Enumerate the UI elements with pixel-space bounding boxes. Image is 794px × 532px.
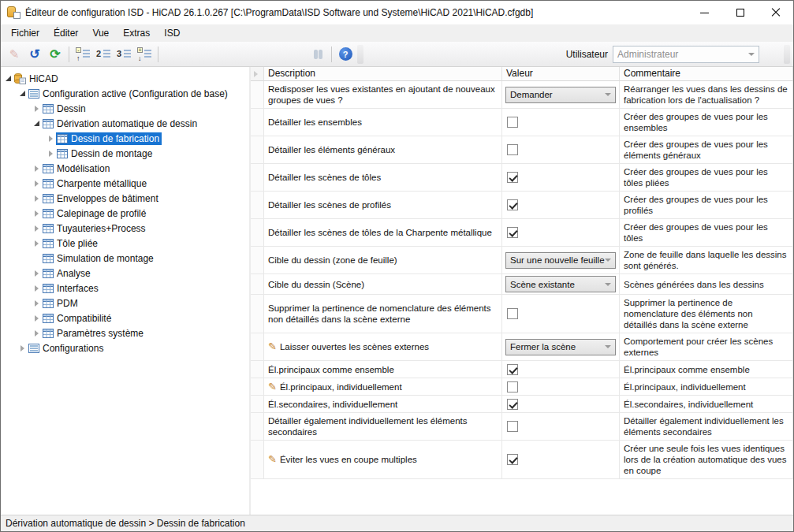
tree-item[interactable]: Analyse — [1, 266, 249, 281]
toolbar-overflow-handle[interactable] — [357, 45, 363, 64]
expand-level3-icon[interactable]: 3 — [114, 45, 134, 64]
collapse-tree-icon[interactable]: -↑ — [73, 45, 93, 64]
expand-arrow-icon[interactable] — [32, 254, 41, 262]
table-row[interactable]: Supprimer la pertinence de nomenclature … — [251, 295, 793, 333]
expand-tree-icon[interactable]: +↓ — [134, 45, 155, 64]
expand-arrow-icon[interactable] — [18, 344, 27, 352]
tree-item[interactable]: HiCAD — [1, 71, 249, 86]
close-button[interactable] — [758, 1, 793, 24]
tree-item[interactable]: Dessin de montage — [1, 146, 249, 161]
tree-node-icon — [43, 209, 54, 218]
expand-arrow-icon[interactable] — [32, 299, 41, 307]
table-row[interactable]: ✎ Laisser ouvertes les scènes externes F… — [251, 333, 793, 361]
menu-item[interactable]: Éditer — [47, 25, 85, 41]
value-checkbox[interactable] — [507, 421, 518, 432]
tree-item[interactable]: Calepinage de profilé — [1, 206, 249, 221]
menu-item[interactable]: Extras — [116, 25, 157, 41]
value-checkbox[interactable] — [507, 399, 518, 410]
expand-level2-icon[interactable]: 2 — [93, 45, 114, 64]
table-body: Redisposer les vues existantes en ajouta… — [251, 81, 793, 479]
table-row[interactable]: Détailler les ensembles Créer des groupe… — [251, 109, 793, 136]
tree-panel: HiCAD Configuration active (Configuratio… — [1, 67, 251, 515]
table-row[interactable]: Détailler également individuellement les… — [251, 413, 793, 441]
expand-arrow-icon[interactable] — [32, 194, 41, 203]
tree-item[interactable]: Configurations — [1, 340, 249, 355]
value-dropdown[interactable]: Fermer la scène — [505, 339, 616, 355]
value-checkbox[interactable] — [507, 308, 518, 319]
table-row[interactable]: ✎ Éviter les vues en coupe multiples Cré… — [251, 441, 793, 479]
table-row[interactable]: Él.principaux comme ensemble Él.principa… — [251, 361, 793, 378]
expand-arrow-icon[interactable] — [32, 314, 41, 322]
tree-item[interactable]: Interfaces — [1, 281, 249, 296]
row-header-cell — [251, 441, 264, 478]
expand-arrow-icon[interactable] — [32, 164, 41, 173]
tree-item[interactable]: Tôle pliée — [1, 236, 249, 251]
description-text: Détailler les ensembles — [268, 117, 362, 128]
expand-arrow-icon[interactable] — [32, 239, 41, 247]
search-binoculars-icon[interactable] — [308, 45, 328, 64]
expand-arrow-icon[interactable] — [32, 269, 41, 277]
tree-item[interactable]: PDM — [1, 296, 249, 311]
table-row[interactable]: Cible du dessin (zone de feuille) Sur un… — [251, 247, 793, 274]
value-checkbox[interactable] — [507, 117, 518, 128]
description-cell: Cible du dessin (zone de feuille) — [264, 247, 502, 273]
menu-item[interactable]: Vue — [85, 25, 116, 41]
table-row[interactable]: Détailler les scènes de profilés Créer d… — [251, 192, 793, 219]
edit-pencil-icon[interactable]: ✎ — [4, 45, 24, 64]
refresh-icon[interactable]: ⟳ — [45, 45, 65, 64]
table-row[interactable]: Él.secondaires, individuellement Él.seco… — [251, 396, 793, 413]
user-switch-icon[interactable] — [763, 47, 781, 62]
toolbar-overflow-handle[interactable] — [784, 45, 790, 64]
minimize-button[interactable] — [687, 1, 722, 24]
tree-item[interactable]: Paramètres système — [1, 326, 249, 340]
table-row[interactable]: Détailler les éléments généraux Créer de… — [251, 136, 793, 164]
expand-arrow-icon[interactable] — [32, 284, 41, 292]
value-checkbox[interactable] — [507, 454, 518, 465]
value-dropdown[interactable]: Sur une nouvelle feuille — [505, 252, 616, 269]
value-checkbox[interactable] — [507, 144, 518, 155]
expand-arrow-icon[interactable] — [18, 89, 27, 98]
undo-icon[interactable]: ↺ — [24, 45, 45, 64]
expand-arrow-icon[interactable] — [32, 329, 41, 337]
expand-arrow-icon[interactable] — [47, 149, 55, 158]
value-cell — [502, 361, 620, 378]
user-combobox[interactable]: Administrateur — [613, 46, 759, 63]
table-row[interactable]: ✎ Él.principaux, individuellement Él.pri… — [251, 378, 793, 396]
maximize-button[interactable] — [722, 1, 758, 24]
tree-node-icon — [43, 119, 54, 128]
tree-item[interactable]: Configuration active (Configuration de b… — [1, 86, 249, 101]
value-checkbox[interactable] — [507, 172, 518, 183]
row-header-cell — [251, 109, 264, 136]
table-row[interactable]: Détailler les scènes de tôles Créer des … — [251, 164, 793, 192]
tree-item[interactable]: Dessin de fabrication — [1, 131, 249, 146]
tree-item[interactable]: Compatibilité — [1, 311, 249, 326]
value-dropdown[interactable]: Scène existante — [505, 276, 616, 292]
expand-arrow-icon[interactable] — [47, 134, 55, 143]
tree-item[interactable]: Simulation de montage — [1, 251, 249, 266]
value-dropdown[interactable]: Demander — [505, 87, 616, 103]
tree-item[interactable]: Tuyauteries+Process — [1, 221, 249, 236]
table-row[interactable]: Redisposer les vues existantes en ajouta… — [251, 81, 793, 109]
expand-arrow-icon[interactable] — [32, 119, 41, 128]
tree-item[interactable]: Dérivation automatique de dessin — [1, 116, 249, 131]
value-checkbox[interactable] — [507, 364, 518, 375]
expand-arrow-icon[interactable] — [32, 224, 41, 233]
table-row[interactable]: Cible du dessin (Scène) Scène existante … — [251, 274, 793, 295]
help-icon[interactable]: ? — [335, 45, 356, 64]
expand-arrow-icon[interactable] — [32, 179, 41, 188]
menu-item[interactable]: Fichier — [4, 25, 47, 41]
tree-item-label: Dessin de montage — [71, 148, 152, 159]
tree-item[interactable]: Modélisation — [1, 161, 249, 176]
value-checkbox[interactable] — [507, 227, 518, 238]
tree-item[interactable]: Dessin — [1, 101, 249, 116]
value-checkbox[interactable] — [507, 199, 518, 210]
expand-arrow-icon[interactable] — [32, 104, 41, 113]
row-header-cell — [251, 274, 264, 294]
value-checkbox[interactable] — [507, 381, 518, 392]
expand-arrow-icon[interactable] — [4, 74, 13, 83]
tree-item[interactable]: Enveloppes de bâtiment — [1, 191, 249, 206]
expand-arrow-icon[interactable] — [32, 209, 41, 218]
tree-item[interactable]: Charpente métallique — [1, 176, 249, 191]
table-row[interactable]: Détailler les scènes de tôles de la Char… — [251, 219, 793, 247]
menu-item[interactable]: ISD — [157, 25, 187, 41]
